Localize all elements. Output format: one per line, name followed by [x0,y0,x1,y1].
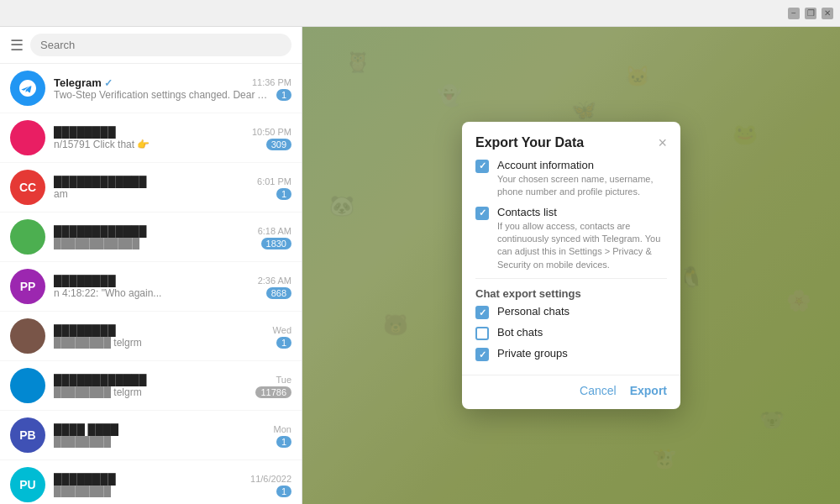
chat-time: 6:01 PM [257,176,291,186]
titlebar: − ❐ ✕ [0,0,840,27]
chat-name-row: ████████11/6/2022 [54,473,291,486]
avatar: PU [10,467,45,502]
search-input[interactable] [30,34,291,56]
chat-time: Tue [276,375,291,385]
titlebar-controls: − ❐ ✕ [788,8,833,19]
account-info-item: Account information Your chosen screen n… [475,159,667,199]
private-groups-checkbox[interactable] [475,348,489,361]
account-label: Account information [497,159,667,171]
contacts-desc: If you allow access, contacts are contin… [497,220,667,272]
chat-info: ████████████6:18 AM████████████1830 [54,225,291,249]
bot-chats-label: Bot chats [497,326,667,339]
chat-preview: ████████ telgrm1 [54,337,291,349]
chat-info: ████████10:50 PMn/15791 Click that 👉309 [54,126,291,150]
chat-info: ████████2:36 AMn 4:18:22: "Who again...8… [54,275,291,299]
account-desc: Your chosen screen name, username, phone… [497,173,667,199]
chat-name-row: ████████████6:18 AM [54,225,291,238]
modal-header: Export Your Data × [462,122,680,159]
chat-preview: ████████1 [54,436,291,448]
private-groups-item: Private groups [475,347,667,361]
chat-name: Telegram ✓ [54,76,113,89]
chat-item[interactable]: ████████████Tue████████ telgrm11786 [0,361,302,411]
avatar [10,120,45,155]
chat-item[interactable]: Telegram ✓11:36 PMTwo-Step Verification … [0,64,302,113]
bot-chats-text: Bot chats [497,326,667,339]
chat-name: ████████████ [54,374,147,386]
chat-time: Mon [274,424,291,434]
chat-info: ████████████Tue████████ telgrm11786 [54,374,291,398]
chat-item[interactable]: ████████10:50 PMn/15791 Click that 👉309 [0,113,302,163]
chat-preview: n/15791 Click that 👉309 [54,139,291,150]
chat-preview: am1 [54,188,291,200]
badge: 11786 [255,386,291,398]
minimize-button[interactable]: − [788,8,800,19]
modal-close-button[interactable]: × [658,135,667,150]
badge: 1 [276,188,291,200]
close-button[interactable]: ✕ [822,8,833,19]
chat-preview: ████████1 [54,486,291,497]
chat-list: Telegram ✓11:36 PMTwo-Step Verification … [0,64,302,504]
cancel-button[interactable]: Cancel [580,384,617,397]
bot-chats-checkbox[interactable] [475,327,489,340]
chat-info: Telegram ✓11:36 PMTwo-Step Verification … [54,76,291,101]
badge: 309 [266,139,291,150]
chat-name: ████████ [54,275,116,287]
export-button[interactable]: Export [630,384,667,397]
chat-preview: Two-Step Verification settings changed. … [54,89,291,101]
chat-item[interactable]: PB████ ████Mon████████1 [0,411,302,460]
modal-body: Account information Your chosen screen n… [462,159,680,375]
chat-item[interactable]: PP████████2:36 AMn 4:18:22: "Who again..… [0,262,302,312]
chat-name-row: ████████████6:01 PM [54,176,291,188]
personal-chats-text: Personal chats [497,305,667,318]
chat-preview: ████████ telgrm11786 [54,386,291,398]
contacts-label: Contacts list [497,206,667,218]
chat-item[interactable]: CC████████████6:01 PMam1 [0,163,302,213]
contacts-checkbox[interactable] [475,207,489,220]
chat-name-row: ████ ████Mon [54,423,291,436]
chat-name-row: ████████10:50 PM [54,126,291,139]
badge: 1830 [261,238,291,249]
chat-name: ████████████ [54,176,147,188]
chat-time: 6:18 AM [258,226,291,236]
chat-export-label: Chat export settings [475,287,667,300]
chat-info: ████████Wed████████ telgrm1 [54,324,291,349]
chat-preview: n 4:18:22: "Who again...868 [54,287,291,299]
chat-info: ████ ████Mon████████1 [54,423,291,448]
chat-name-row: ████████████Tue [54,374,291,386]
avatar: CC [10,170,45,205]
personal-chats-checkbox[interactable] [475,306,489,319]
chat-item[interactable]: ████████████6:18 AM████████████1830 [0,213,302,262]
chat-name: ████████ [54,126,116,139]
avatar: PB [10,417,45,453]
private-groups-label: Private groups [497,347,667,360]
chat-item[interactable]: ████████Wed████████ telgrm1 [0,312,302,361]
chat-time: 11/6/2022 [250,474,291,484]
modal-overlay: Export Your Data × Account information Y… [302,27,840,504]
section-divider [475,278,667,279]
private-groups-text: Private groups [497,347,667,360]
avatar [10,219,45,255]
chat-name: ████████ [54,324,116,337]
account-text: Account information Your chosen screen n… [497,159,667,199]
avatar [10,71,45,106]
chat-name-row: Telegram ✓11:36 PM [54,76,291,89]
chat-item[interactable]: PU████████11/6/2022████████1 [0,460,302,504]
badge: 1 [276,89,291,101]
maximize-button[interactable]: ❐ [805,8,816,19]
chat-preview: ████████████1830 [54,238,291,249]
badge: 1 [276,486,291,497]
sidebar-header: ☰ [0,27,302,64]
badge: 868 [266,287,291,299]
chat-time: 2:36 AM [258,276,291,286]
chat-info: ████████11/6/2022████████1 [54,473,291,497]
modal-footer: Cancel Export [462,375,680,409]
contacts-text: Contacts list If you allow access, conta… [497,206,667,272]
chat-name-row: ████████Wed [54,324,291,337]
chat-name: ████████ [54,473,116,486]
modal-title: Export Your Data [475,135,584,150]
chat-time: 10:50 PM [252,127,291,137]
account-checkbox[interactable] [475,160,489,173]
avatar: PP [10,269,45,304]
menu-icon[interactable]: ☰ [10,36,24,55]
personal-chats-label: Personal chats [497,305,667,318]
